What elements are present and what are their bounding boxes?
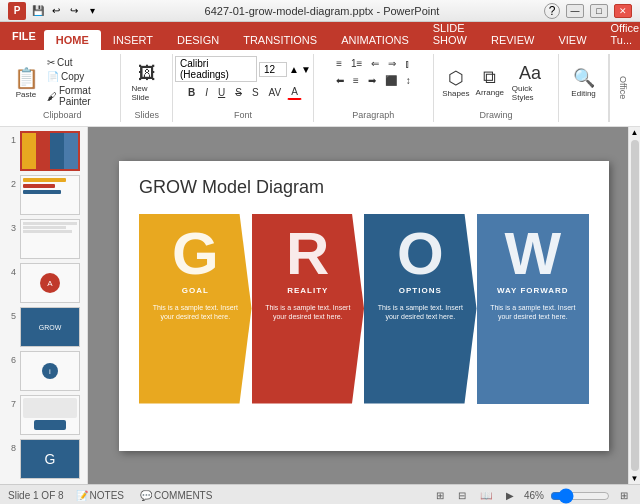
fontcolor-btn[interactable]: A	[287, 84, 302, 100]
tab-insert[interactable]: INSERT	[101, 30, 165, 50]
drawing-content: ⬡ Shapes ⧉ Arrange Aa Quick Styles	[440, 56, 552, 108]
charspace-btn[interactable]: AV	[265, 85, 286, 100]
comments-icon: 💬	[140, 490, 152, 501]
copy-btn[interactable]: 📄Copy	[44, 70, 114, 83]
slide-thumb-4[interactable]: 4 A	[4, 263, 83, 303]
slideshow-btn[interactable]: ▶	[502, 489, 518, 502]
bullets-btn[interactable]: ≡	[332, 56, 346, 71]
minimize-btn[interactable]: —	[566, 4, 584, 18]
underline-btn[interactable]: U	[214, 85, 229, 100]
tab-transitions[interactable]: TRANSITIONS	[231, 30, 329, 50]
comments-btn[interactable]: 💬 COMMENTS	[136, 489, 216, 502]
slide-thumbnail-7[interactable]	[20, 395, 80, 435]
tab-home[interactable]: HOME	[44, 30, 101, 50]
tab-slideshow[interactable]: SLIDE SHOW	[421, 18, 479, 50]
vertical-scrollbar[interactable]: ▲ ▼	[628, 127, 640, 484]
grow-word-reality: REALITY	[287, 286, 328, 295]
font-size-up-btn[interactable]: ▲	[289, 64, 299, 75]
shadow-btn[interactable]: S	[248, 85, 263, 100]
ribbon-group-font: Calibri (Headings) 12 ▲ ▼ B I U S S AV A…	[173, 54, 314, 122]
shapes-btn[interactable]: ⬡ Shapes	[440, 65, 472, 100]
quick-styles-icon: Aa	[519, 63, 541, 84]
close-btn[interactable]: ✕	[614, 4, 632, 18]
align-right-btn[interactable]: ➡	[364, 73, 380, 88]
slide-thumb-3[interactable]: 3	[4, 219, 83, 259]
slide-thumb-7[interactable]: 7	[4, 395, 83, 435]
linespace-btn[interactable]: ↕	[402, 73, 415, 88]
cols-btn[interactable]: ⫿	[401, 56, 414, 71]
fit-slide-btn[interactable]: ⊞	[616, 489, 632, 502]
tab-office[interactable]: Office Tu...	[599, 18, 640, 50]
slide-thumb-8[interactable]: 8 G	[4, 439, 83, 479]
slide-thumb-2[interactable]: 2	[4, 175, 83, 215]
tab-design[interactable]: DESIGN	[165, 30, 231, 50]
copy-icon: 📄	[47, 71, 59, 82]
ribbon-tabs: FILE HOME INSERT DESIGN TRANSITIONS ANIM…	[0, 22, 640, 50]
slide-thumbnail-4[interactable]: A	[20, 263, 80, 303]
ribbon-group-drawing: ⬡ Shapes ⧉ Arrange Aa Quick Styles Drawi…	[434, 54, 559, 122]
slide-panel[interactable]: 1 2 3	[0, 127, 88, 484]
window-title: 6427-01-grow-model-diagram.pptx - PowerP…	[100, 5, 544, 17]
status-bar: Slide 1 OF 8 📝 NOTES 💬 COMMENTS ⊞ ⊟ 📖 ▶ …	[0, 484, 640, 504]
scroll-down-btn[interactable]: ▼	[630, 473, 640, 484]
reading-view-icon: 📖	[480, 490, 492, 501]
zoom-slider[interactable]	[550, 488, 610, 504]
editing-btn[interactable]: 🔍 Editing	[567, 65, 599, 100]
outdent-btn[interactable]: ⇐	[367, 56, 383, 71]
slide-thumb-5[interactable]: 5 GROW	[4, 307, 83, 347]
slide-thumb-6[interactable]: 6 i	[4, 351, 83, 391]
slide-thumb-1[interactable]: 1	[4, 131, 83, 171]
numbering-btn[interactable]: 1≡	[347, 56, 366, 71]
cut-btn[interactable]: ✂Cut	[44, 56, 114, 69]
paste-icon: 📋	[14, 66, 39, 90]
slides-label: Slides	[134, 108, 159, 120]
para-row1: ≡ 1≡ ⇐ ⇒ ⫿	[332, 56, 414, 71]
normal-view-btn[interactable]: ⊞	[432, 489, 448, 502]
slide-thumbnail-1[interactable]	[20, 131, 80, 171]
tab-animations[interactable]: ANIMATIONS	[329, 30, 421, 50]
help-icon[interactable]: ?	[544, 3, 560, 19]
align-center-btn[interactable]: ≡	[349, 73, 363, 88]
quick-styles-btn[interactable]: Aa Quick Styles	[508, 61, 552, 104]
justify-btn[interactable]: ⬛	[381, 73, 401, 88]
scroll-up-btn[interactable]: ▲	[630, 127, 640, 138]
paste-btn[interactable]: 📋 Paste	[10, 64, 42, 101]
ribbon-group-editing: 🔍 Editing .	[559, 54, 609, 122]
new-slide-btn[interactable]: 🖼 New Slide	[127, 61, 166, 104]
slide-sorter-btn[interactable]: ⊟	[454, 489, 470, 502]
font-size-down-btn[interactable]: ▼	[301, 64, 311, 75]
slide-thumbnail-8[interactable]: G	[20, 439, 80, 479]
scroll-thumb[interactable]	[631, 140, 639, 471]
italic-btn[interactable]: I	[201, 85, 212, 100]
reading-view-btn[interactable]: 📖	[476, 489, 496, 502]
slide-thumbnail-2[interactable]	[20, 175, 80, 215]
redo-qat-btn[interactable]: ↪	[66, 3, 82, 19]
canvas-area: ▲ ▼ GROW Model Diagram G GOAL This is a …	[88, 127, 640, 484]
slide-thumbnail-6[interactable]: i	[20, 351, 80, 391]
notes-icon: 📝	[76, 490, 88, 501]
title-bar-right: ? — □ ✕	[544, 3, 632, 19]
clipboard-content: 📋 Paste ✂Cut 📄Copy 🖌Format Painter	[10, 56, 114, 108]
notes-btn[interactable]: 📝 NOTES	[72, 489, 128, 502]
format-painter-btn[interactable]: 🖌Format Painter	[44, 84, 114, 108]
arrange-icon: ⧉	[483, 67, 496, 88]
font-size-dropdown[interactable]: 12	[259, 62, 287, 77]
tab-review[interactable]: REVIEW	[479, 30, 546, 50]
strikethrough-btn[interactable]: S	[231, 85, 246, 100]
save-qat-btn[interactable]: 💾	[30, 3, 46, 19]
slide-thumbnail-3[interactable]	[20, 219, 80, 259]
align-left-btn[interactable]: ⬅	[332, 73, 348, 88]
tab-view[interactable]: VIEW	[546, 30, 598, 50]
undo-qat-btn[interactable]: ↩	[48, 3, 64, 19]
grow-text-o: This is a sample text. Insert your desir…	[364, 299, 477, 325]
font-family-dropdown[interactable]: Calibri (Headings)	[175, 56, 257, 82]
slide-thumbnail-5[interactable]: GROW	[20, 307, 80, 347]
maximize-btn[interactable]: □	[590, 4, 608, 18]
fit-icon: ⊞	[620, 490, 628, 501]
editing-content: 🔍 Editing	[567, 56, 599, 108]
tab-file[interactable]: FILE	[4, 22, 44, 50]
arrange-btn[interactable]: ⧉ Arrange	[474, 65, 506, 99]
bold-btn[interactable]: B	[184, 85, 199, 100]
customize-qat-btn[interactable]: ▾	[84, 3, 100, 19]
indent-btn[interactable]: ⇒	[384, 56, 400, 71]
